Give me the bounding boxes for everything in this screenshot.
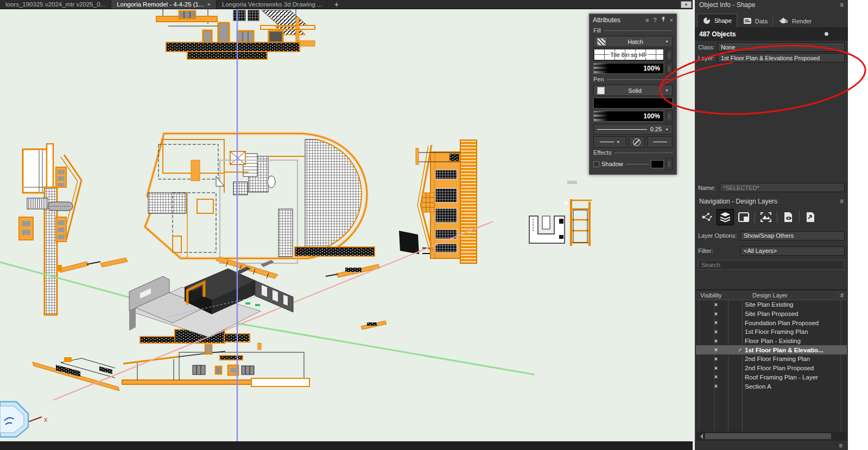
layer-row[interactable]: × 2nd Floor Plan Proposed — [696, 364, 847, 373]
layer-options-dropdown[interactable]: Show/Snap Others — [740, 231, 845, 240]
pin-icon[interactable] — [661, 17, 666, 23]
resize-grip-icon[interactable]: ≡ — [839, 442, 842, 449]
help-icon[interactable]: ? — [653, 17, 656, 23]
layer-row[interactable]: × 1st Floor Framing Plan — [696, 327, 847, 337]
layer-row[interactable]: × 2nd Floor Framing Plan — [696, 354, 847, 364]
sheet-layers-button[interactable] — [735, 209, 752, 225]
shadow-color-swatch[interactable] — [651, 160, 664, 168]
table-header[interactable]: Visibility Design Layer # — [696, 290, 847, 300]
layer-name[interactable]: 1st Floor Plan & Elevatio... — [743, 347, 847, 353]
end-marker-dropdown[interactable] — [647, 136, 673, 148]
layer-name[interactable]: 2nd Floor Framing Plan — [743, 356, 847, 362]
layer-row-active[interactable]: × ✓ 1st Floor Plan & Elevatio... — [696, 345, 847, 354]
visibility-mark[interactable]: × — [709, 320, 723, 326]
edit-modes-button[interactable] — [698, 209, 715, 225]
saved-views-button[interactable] — [780, 209, 797, 225]
layer-name[interactable]: Section A — [743, 383, 847, 390]
horizontal-scrollbar[interactable] — [696, 432, 847, 441]
chevron-down-icon: ▼ — [665, 40, 669, 43]
green-axis-line — [0, 262, 535, 375]
object-info-title: Object Info - Shape — [699, 1, 755, 9]
small-plan-drawing — [529, 181, 577, 243]
visibility-mark[interactable]: × — [709, 365, 723, 371]
document-tab-3[interactable]: Longoria Vectorworks 3d Drawing ... — [217, 0, 328, 9]
shadow-options-button[interactable]: ⋮ — [666, 158, 673, 170]
pen-opacity-slider[interactable]: 100% — [593, 111, 664, 122]
visibility-mark[interactable]: × — [709, 383, 723, 389]
line-style-dropdown[interactable]: ▼ — [593, 136, 626, 148]
visibility-column-header[interactable]: Visibility — [696, 292, 743, 299]
hatch-preview[interactable]: Tile 8in sq HF — [593, 49, 664, 61]
fill-opacity-options-button[interactable]: ⋮ — [666, 62, 673, 74]
marker-toggle-button[interactable] — [629, 136, 645, 148]
layer-name[interactable]: 1st Floor Framing Plan — [743, 328, 847, 335]
layer-name[interactable]: Foundation Plan Proposed — [743, 320, 847, 326]
palette-menu-icon[interactable]: ≡ — [645, 17, 649, 23]
layer-name[interactable]: 2nd Floor Plan Proposed — [743, 365, 847, 371]
class-field[interactable]: None — [718, 42, 845, 52]
saved-views-icon — [782, 212, 794, 223]
pen-opacity-value: 100% — [643, 112, 660, 120]
visibility-mark[interactable]: × — [709, 302, 723, 308]
working-plane-widget[interactable] — [0, 402, 28, 437]
design-layer-column-header[interactable]: Design Layer — [743, 292, 838, 299]
pen-type-dropdown[interactable]: Solid ▼ — [593, 85, 673, 96]
layer-row[interactable]: × Site Plan Proposed — [696, 309, 847, 319]
fill-opacity-value: 100% — [643, 65, 660, 72]
pen-opacity-options-button[interactable]: ⋮ — [666, 110, 673, 122]
visibility-mark[interactable]: × — [709, 347, 723, 353]
new-tab-button[interactable]: + — [328, 0, 344, 9]
fill-type-dropdown[interactable]: Hatch ▼ — [593, 36, 673, 47]
design-layer-table: Visibility Design Layer # × Site Plan Ex… — [696, 289, 847, 432]
tab-shape[interactable]: Shape — [697, 14, 737, 27]
class-label: Class: — [698, 44, 715, 50]
visibility-mark[interactable]: × — [709, 374, 723, 380]
document-tab-1[interactable]: loors_190325 v2024_mtr v2025_0... — [0, 0, 111, 9]
layer-row[interactable]: × Roof Framing Plan - Layer — [696, 373, 847, 382]
layer-name[interactable]: Site Plan Proposed — [743, 310, 847, 317]
visibility-mark[interactable]: × — [709, 356, 723, 362]
layer-name[interactable]: Floor Plan - Existing — [743, 338, 847, 344]
hatch-name: Tile 8in sq HF — [609, 52, 648, 58]
hatch-options-button[interactable]: ⋮ — [666, 49, 673, 61]
filter-dropdown[interactable]: <All Layers> — [740, 246, 845, 256]
panel-menu-icon[interactable]: ≡ — [840, 1, 844, 9]
pen-type-value: Solid — [608, 87, 662, 94]
tab-render[interactable]: Render — [774, 15, 816, 27]
object-info-title-bar[interactable]: Object Info - Shape ≡ — [695, 0, 848, 9]
scrollbar-thumb[interactable] — [705, 433, 831, 439]
layer-row[interactable]: × Floor Plan - Existing — [696, 337, 847, 346]
layer-row[interactable]: × Site Plan Existing — [696, 300, 847, 309]
layer-field[interactable]: 1st Floor Plan & Elevations Proposed — [718, 53, 845, 62]
navigation-menu-icon[interactable]: ≡ — [840, 198, 844, 205]
design-layers-button[interactable] — [717, 209, 734, 225]
tab-data[interactable]: Data — [738, 15, 773, 27]
scroll-left-icon[interactable] — [698, 434, 703, 439]
references-button[interactable] — [802, 209, 819, 225]
pen-color-swatch[interactable] — [593, 98, 673, 109]
name-field[interactable]: *SELECTED* — [720, 183, 845, 192]
pen-section-label: Pen — [590, 74, 676, 83]
tab-close-icon[interactable]: × — [207, 1, 211, 8]
tab-overflow-button[interactable]: ▼ — [681, 1, 692, 8]
layer-row[interactable]: × Foundation Plan Proposed — [696, 318, 847, 327]
document-tab-2-active[interactable]: Longoria Remodel - 4-4-25 (1... × — [111, 0, 217, 9]
visibility-mark[interactable]: × — [709, 338, 723, 344]
layer-row[interactable]: × Section A — [696, 382, 847, 391]
viewports-button[interactable] — [757, 209, 775, 225]
line-weight-dropdown[interactable]: 0.25 ▼ — [593, 124, 673, 135]
layer-name[interactable]: Roof Framing Plan - Layer — [743, 374, 847, 381]
close-icon[interactable]: × — [670, 17, 673, 23]
visibility-mark[interactable]: × — [709, 329, 723, 335]
search-input[interactable] — [698, 260, 845, 270]
navigation-title-bar[interactable]: Navigation - Design Layers ≡ — [695, 197, 848, 206]
chevron-down-icon: ▼ — [616, 140, 620, 144]
shadow-checkbox[interactable] — [593, 161, 599, 167]
number-column-header[interactable]: # — [838, 292, 847, 299]
visibility-mark[interactable]: × — [709, 311, 723, 317]
layer-name[interactable]: Site Plan Existing — [743, 301, 847, 308]
attributes-title-bar[interactable]: Attributes ≡ ? × — [590, 14, 676, 26]
x-axis-label: x — [44, 415, 48, 423]
line-style-preview — [600, 142, 614, 142]
fill-opacity-slider[interactable]: 100% — [593, 63, 664, 74]
